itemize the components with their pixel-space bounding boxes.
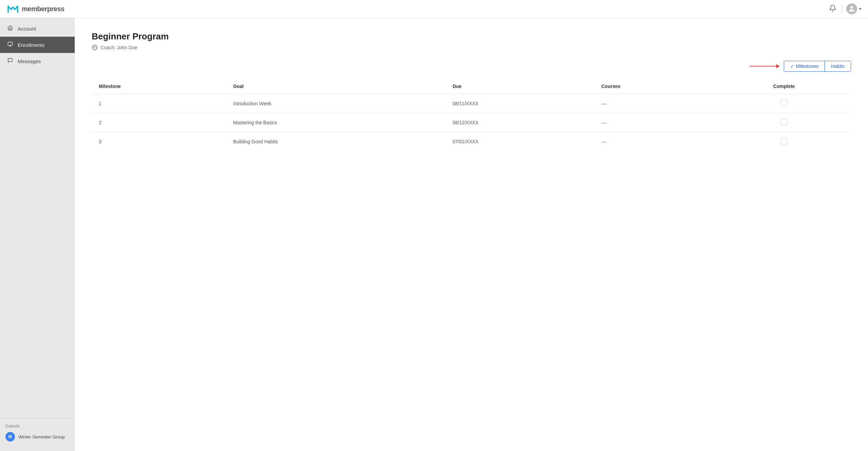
table-row: 2Mastering the Basics08/12/XXXX— [92,113,851,132]
milestone-courses: — [595,113,718,132]
cohort-item[interactable]: W Winter Semester Group [5,432,69,441]
sidebar-account-label: Account [18,26,36,32]
header: memberpress ▾ [0,0,868,18]
sidebar-item-enrollments[interactable]: Enrollments [0,37,75,53]
col-milestone: Milestone [92,79,227,94]
header-right: ▾ [828,3,861,15]
cohort-name: Winter Semester Group [18,434,65,439]
tab-habits[interactable]: Habits [825,61,851,71]
arrow-head [776,64,780,68]
user-menu[interactable]: ▾ [846,3,861,14]
tab-milestones[interactable]: ✓Milestones [784,61,825,71]
enrollments-icon [7,41,14,48]
messages-icon [7,58,14,65]
coach-icon [92,44,98,51]
cohorts-label: Cohorts [5,424,69,429]
content-area: Beginner Program Coach: John Doe ✓Milest… [75,18,868,451]
notifications-bell[interactable] [828,3,838,15]
milestone-due: 08/12/XXXX [446,113,595,132]
tab-buttons: ✓Milestones Habits [784,61,851,72]
svg-point-3 [94,46,95,48]
milestone-courses: — [595,132,718,151]
milestone-due: 08/11/XXXX [446,94,595,113]
milestone-goal: Building Good Habits [226,132,446,151]
milestone-number: 2 [92,113,227,132]
coach-label: Coach: John Doe [101,45,137,50]
milestone-complete-cell [718,132,851,151]
chevron-down-icon: ▾ [859,6,861,11]
table-row: 3Building Good Habits07/01/XXXX— [92,132,851,151]
table-row: 1Introduction Week08/11/XXXX— [92,94,851,113]
header-divider [842,5,842,13]
complete-checkbox[interactable] [781,138,788,144]
check-icon: ✓ [790,64,794,69]
coach-info: Coach: John Doe [92,44,851,51]
milestone-complete-cell [718,113,851,132]
col-courses: Courses [595,79,718,94]
milestone-number: 3 [92,132,227,151]
sidebar: Account Enrollments Me [0,18,75,451]
milestone-goal: Introduction Week [226,94,446,113]
tab-section: ✓Milestones Habits [92,61,851,72]
col-complete: Complete [718,79,851,94]
complete-checkbox[interactable] [781,119,788,125]
sidebar-nav: Account Enrollments Me [0,20,75,418]
milestone-courses: — [595,94,718,113]
home-icon [7,25,14,32]
avatar [846,3,857,14]
sidebar-footer: Cohorts W Winter Semester Group [0,418,75,448]
main-layout: Account Enrollments Me [0,18,868,451]
sidebar-item-messages[interactable]: Messages [0,53,75,69]
sidebar-enrollments-label: Enrollments [18,42,44,48]
milestones-table: Milestone Goal Due Courses Complete 1Int… [92,78,851,151]
col-goal: Goal [226,79,446,94]
milestone-number: 1 [92,94,227,113]
milestone-goal: Mastering the Basics [226,113,446,132]
sidebar-messages-label: Messages [18,58,41,64]
table-header-row: Milestone Goal Due Courses Complete [92,79,851,94]
sidebar-item-account[interactable]: Account [0,20,75,37]
milestone-due: 07/01/XXXX [446,132,595,151]
arrow-indicator [749,64,780,68]
page-title: Beginner Program [92,31,851,42]
col-due: Due [446,79,595,94]
arrow-line [749,66,777,67]
complete-checkbox[interactable] [781,100,788,106]
logo[interactable]: memberpress [7,3,65,15]
cohort-avatar: W [5,432,15,441]
logo-text: memberpress [22,5,65,13]
svg-rect-0 [8,42,12,45]
milestone-complete-cell [718,94,851,113]
